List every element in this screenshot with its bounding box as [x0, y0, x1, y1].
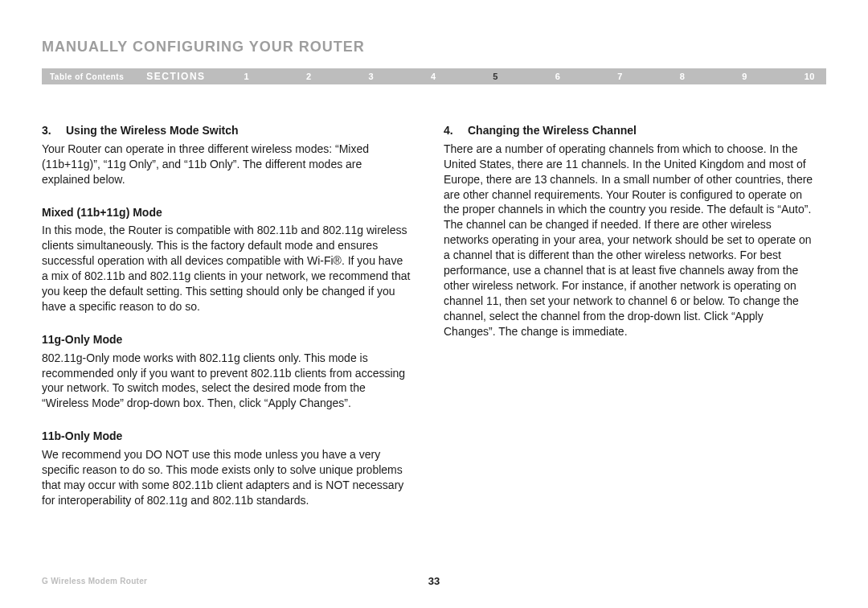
- section-numbers: 1 2 3 4 5 6 7 8 9 10: [222, 72, 818, 81]
- section-link-9[interactable]: 9: [742, 72, 747, 81]
- document-page: MANUALLY CONFIGURING YOUR ROUTER Table o…: [0, 0, 868, 608]
- section-link-1[interactable]: 1: [244, 72, 250, 81]
- section-navbar: Table of Contents SECTIONS 1 2 3 4 5 6 7…: [42, 68, 826, 84]
- section-link-2[interactable]: 2: [306, 72, 312, 81]
- 11g-only-paragraph: 802.11g-Only mode works with 802.11g cli…: [42, 351, 411, 412]
- heading-4-text: Changing the Wireless Channel: [468, 123, 637, 138]
- page-number: 33: [428, 575, 440, 587]
- heading-3-text: Using the Wireless Mode Switch: [66, 123, 239, 138]
- intro-paragraph: Your Router can operate in three differe…: [42, 142, 411, 187]
- sections-label: SECTIONS: [146, 71, 221, 82]
- toc-link[interactable]: Table of Contents: [50, 72, 146, 81]
- heading-3: 3. Using the Wireless Mode Switch: [42, 123, 411, 138]
- section-link-5-active[interactable]: 5: [493, 72, 498, 81]
- heading-4: 4. Changing the Wireless Channel: [444, 123, 813, 138]
- section-link-6[interactable]: 6: [555, 72, 561, 81]
- 11b-only-paragraph: We recommend you DO NOT use this mode un…: [42, 447, 411, 508]
- product-name: G Wireless Modem Router: [42, 577, 147, 585]
- page-title: MANUALLY CONFIGURING YOUR ROUTER: [42, 39, 826, 55]
- section-link-8[interactable]: 8: [680, 72, 686, 81]
- subheading-11g-only: 11g-Only Mode: [42, 332, 411, 347]
- mixed-mode-paragraph: In this mode, the Router is compatible w…: [42, 223, 411, 314]
- left-column: 3. Using the Wireless Mode Switch Your R…: [42, 123, 411, 508]
- section-link-10[interactable]: 10: [805, 72, 815, 81]
- page-footer: G Wireless Modem Router 33: [42, 577, 826, 585]
- subheading-mixed-mode: Mixed (11b+11g) Mode: [42, 205, 411, 220]
- content-columns: 3. Using the Wireless Mode Switch Your R…: [42, 123, 826, 508]
- right-column: 4. Changing the Wireless Channel There a…: [444, 123, 813, 508]
- channel-paragraph: There are a number of operating channels…: [444, 142, 813, 339]
- section-link-3[interactable]: 3: [368, 72, 374, 81]
- subheading-11b-only: 11b-Only Mode: [42, 429, 411, 444]
- heading-3-number: 3.: [42, 123, 66, 138]
- heading-4-number: 4.: [444, 123, 468, 138]
- section-link-7[interactable]: 7: [617, 72, 623, 81]
- section-link-4[interactable]: 4: [431, 72, 436, 81]
